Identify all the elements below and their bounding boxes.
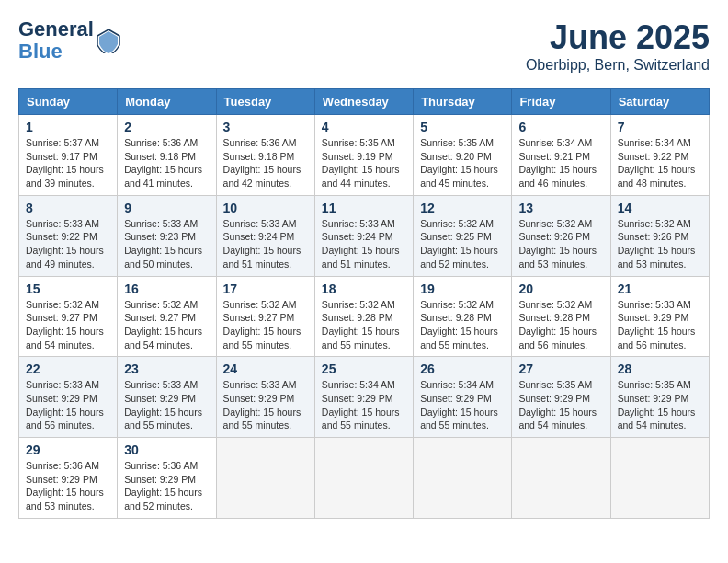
- calendar-cell: [610, 438, 709, 519]
- header-tuesday: Tuesday: [216, 89, 314, 115]
- day-number: 3: [223, 120, 308, 134]
- day-number: 19: [420, 282, 505, 296]
- calendar-cell: 7Sunrise: 5:34 AMSunset: 9:22 PMDaylight…: [610, 115, 709, 196]
- calendar-week-row: 22Sunrise: 5:33 AMSunset: 9:29 PMDayligh…: [19, 357, 710, 438]
- calendar-cell: [216, 438, 314, 519]
- logo-text: GeneralBlue: [18, 18, 94, 63]
- page-subtitle: Oberbipp, Bern, Switzerland: [526, 57, 710, 74]
- calendar-week-row: 15Sunrise: 5:32 AMSunset: 9:27 PMDayligh…: [19, 276, 710, 357]
- calendar-cell: 11Sunrise: 5:33 AMSunset: 9:24 PMDayligh…: [314, 195, 413, 276]
- day-number: 1: [26, 120, 110, 134]
- day-number: 16: [124, 282, 209, 296]
- day-number: 7: [618, 120, 702, 134]
- day-number: 27: [518, 362, 603, 376]
- day-number: 29: [26, 442, 110, 457]
- day-info: Sunrise: 5:34 AMSunset: 9:21 PMDaylight:…: [518, 136, 603, 190]
- calendar-table: Sunday Monday Tuesday Wednesday Thursday…: [18, 88, 710, 519]
- day-info: Sunrise: 5:32 AMSunset: 9:25 PMDaylight:…: [420, 217, 505, 271]
- header-row: Sunday Monday Tuesday Wednesday Thursday…: [19, 89, 710, 115]
- calendar-week-row: 8Sunrise: 5:33 AMSunset: 9:22 PMDaylight…: [19, 195, 710, 276]
- day-info: Sunrise: 5:33 AMSunset: 9:29 PMDaylight:…: [124, 378, 209, 432]
- title-block: June 2025 Oberbipp, Bern, Switzerland: [526, 18, 710, 74]
- calendar-cell: [314, 438, 413, 519]
- calendar-cell: 8Sunrise: 5:33 AMSunset: 9:22 PMDaylight…: [19, 195, 118, 276]
- calendar-body: 1Sunrise: 5:37 AMSunset: 9:17 PMDaylight…: [19, 115, 710, 519]
- calendar-cell: 18Sunrise: 5:32 AMSunset: 9:28 PMDayligh…: [314, 276, 413, 357]
- day-info: Sunrise: 5:36 AMSunset: 9:18 PMDaylight:…: [223, 136, 308, 190]
- calendar-cell: 15Sunrise: 5:32 AMSunset: 9:27 PMDayligh…: [19, 276, 118, 357]
- calendar-cell: 30Sunrise: 5:36 AMSunset: 9:29 PMDayligh…: [118, 438, 216, 519]
- day-number: 9: [124, 201, 209, 215]
- day-number: 18: [322, 282, 406, 296]
- day-number: 10: [223, 201, 308, 215]
- day-info: Sunrise: 5:34 AMSunset: 9:22 PMDaylight:…: [618, 136, 702, 190]
- header-thursday: Thursday: [414, 89, 512, 115]
- day-info: Sunrise: 5:36 AMSunset: 9:29 PMDaylight:…: [26, 459, 110, 513]
- day-info: Sunrise: 5:32 AMSunset: 9:27 PMDaylight:…: [124, 298, 209, 352]
- calendar-cell: 6Sunrise: 5:34 AMSunset: 9:21 PMDaylight…: [512, 115, 610, 196]
- day-number: 26: [420, 362, 505, 376]
- day-number: 2: [124, 120, 209, 134]
- day-info: Sunrise: 5:32 AMSunset: 9:28 PMDaylight:…: [420, 298, 505, 352]
- calendar-header: Sunday Monday Tuesday Wednesday Thursday…: [19, 89, 710, 115]
- calendar-cell: 17Sunrise: 5:32 AMSunset: 9:27 PMDayligh…: [216, 276, 314, 357]
- calendar-cell: 4Sunrise: 5:35 AMSunset: 9:19 PMDaylight…: [314, 115, 413, 196]
- day-number: 30: [124, 442, 209, 457]
- day-number: 17: [223, 282, 308, 296]
- calendar-cell: [512, 438, 610, 519]
- calendar-cell: 20Sunrise: 5:32 AMSunset: 9:28 PMDayligh…: [512, 276, 610, 357]
- day-info: Sunrise: 5:32 AMSunset: 9:27 PMDaylight:…: [26, 298, 110, 352]
- day-info: Sunrise: 5:36 AMSunset: 9:18 PMDaylight:…: [124, 136, 209, 190]
- header-monday: Monday: [118, 89, 216, 115]
- day-info: Sunrise: 5:33 AMSunset: 9:24 PMDaylight:…: [322, 217, 406, 271]
- calendar-cell: [414, 438, 512, 519]
- day-info: Sunrise: 5:33 AMSunset: 9:23 PMDaylight:…: [124, 217, 209, 271]
- day-info: Sunrise: 5:35 AMSunset: 9:29 PMDaylight:…: [518, 378, 603, 432]
- day-number: 8: [26, 201, 110, 215]
- day-number: 14: [618, 201, 702, 215]
- day-number: 25: [322, 362, 406, 376]
- day-number: 23: [124, 362, 209, 376]
- day-info: Sunrise: 5:32 AMSunset: 9:26 PMDaylight:…: [618, 217, 702, 271]
- calendar-cell: 27Sunrise: 5:35 AMSunset: 9:29 PMDayligh…: [512, 357, 610, 438]
- header-friday: Friday: [512, 89, 610, 115]
- calendar-cell: 10Sunrise: 5:33 AMSunset: 9:24 PMDayligh…: [216, 195, 314, 276]
- calendar-cell: 5Sunrise: 5:35 AMSunset: 9:20 PMDaylight…: [414, 115, 512, 196]
- calendar-cell: 23Sunrise: 5:33 AMSunset: 9:29 PMDayligh…: [118, 357, 216, 438]
- calendar-cell: 21Sunrise: 5:33 AMSunset: 9:29 PMDayligh…: [610, 276, 709, 357]
- day-number: 4: [322, 120, 406, 134]
- calendar-cell: 2Sunrise: 5:36 AMSunset: 9:18 PMDaylight…: [118, 115, 216, 196]
- day-info: Sunrise: 5:32 AMSunset: 9:28 PMDaylight:…: [518, 298, 603, 352]
- calendar-cell: 1Sunrise: 5:37 AMSunset: 9:17 PMDaylight…: [19, 115, 118, 196]
- day-info: Sunrise: 5:35 AMSunset: 9:20 PMDaylight:…: [420, 136, 505, 190]
- day-number: 20: [518, 282, 603, 296]
- header-wednesday: Wednesday: [314, 89, 413, 115]
- calendar-cell: 26Sunrise: 5:34 AMSunset: 9:29 PMDayligh…: [414, 357, 512, 438]
- day-info: Sunrise: 5:33 AMSunset: 9:29 PMDaylight:…: [223, 378, 308, 432]
- day-number: 28: [618, 362, 702, 376]
- day-info: Sunrise: 5:33 AMSunset: 9:24 PMDaylight:…: [223, 217, 308, 271]
- calendar-cell: 3Sunrise: 5:36 AMSunset: 9:18 PMDaylight…: [216, 115, 314, 196]
- day-info: Sunrise: 5:34 AMSunset: 9:29 PMDaylight:…: [322, 378, 406, 432]
- day-info: Sunrise: 5:32 AMSunset: 9:26 PMDaylight:…: [518, 217, 603, 271]
- calendar-cell: 9Sunrise: 5:33 AMSunset: 9:23 PMDaylight…: [118, 195, 216, 276]
- day-number: 5: [420, 120, 505, 134]
- calendar-week-row: 1Sunrise: 5:37 AMSunset: 9:17 PMDaylight…: [19, 115, 710, 196]
- day-info: Sunrise: 5:33 AMSunset: 9:29 PMDaylight:…: [26, 378, 110, 432]
- day-info: Sunrise: 5:34 AMSunset: 9:29 PMDaylight:…: [420, 378, 505, 432]
- day-number: 21: [618, 282, 702, 296]
- day-number: 6: [518, 120, 603, 134]
- header-saturday: Saturday: [610, 89, 709, 115]
- day-info: Sunrise: 5:32 AMSunset: 9:27 PMDaylight:…: [223, 298, 308, 352]
- day-number: 11: [322, 201, 406, 215]
- day-number: 15: [26, 282, 110, 296]
- calendar-cell: 28Sunrise: 5:35 AMSunset: 9:29 PMDayligh…: [610, 357, 709, 438]
- day-number: 13: [518, 201, 603, 215]
- logo: GeneralBlue: [18, 18, 121, 63]
- day-number: 24: [223, 362, 308, 376]
- day-number: 22: [26, 362, 110, 376]
- day-info: Sunrise: 5:32 AMSunset: 9:28 PMDaylight:…: [322, 298, 406, 352]
- calendar-cell: 12Sunrise: 5:32 AMSunset: 9:25 PMDayligh…: [414, 195, 512, 276]
- calendar-cell: 29Sunrise: 5:36 AMSunset: 9:29 PMDayligh…: [19, 438, 118, 519]
- page-header: GeneralBlue June 2025 Oberbipp, Bern, Sw…: [18, 18, 710, 74]
